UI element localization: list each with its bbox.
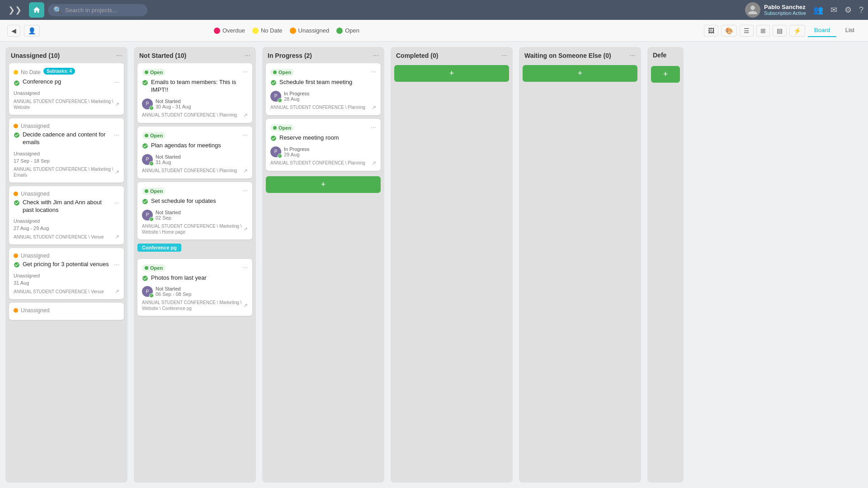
external-link-button[interactable]: ↗ [243, 168, 248, 174]
card-header-row: Decide cadence and content for emails ··… [14, 131, 119, 149]
card-more-button[interactable]: ··· [114, 131, 119, 138]
list-view-button[interactable]: ☰ [740, 25, 754, 37]
card-more-button[interactable]: ··· [242, 131, 248, 138]
avatar-check: ✓ [278, 98, 282, 103]
card-path: ANNUAL STUDENT CONFERENCE \ Planning [270, 104, 372, 110]
card-reserve-meeting-room[interactable]: Open Reserve meeting room ··· P ✓ [266, 119, 381, 171]
user-subscription: Subscription Active [764, 10, 806, 16]
avatar-filter-button[interactable]: 👤 [24, 25, 40, 37]
grid-view-button[interactable]: ⊞ [756, 25, 770, 37]
assignee-avatar: P ✓ [270, 146, 281, 157]
check-circle-icon [14, 80, 20, 86]
settings-icon-button[interactable]: ⚙ [844, 5, 852, 15]
column-not-started: Not Started (10) ··· Open Emails to team… [134, 47, 256, 483]
assignee-avatar: P ✓ [270, 91, 281, 102]
image-view-button[interactable]: 🖼 [704, 25, 718, 37]
help-icon-button[interactable]: ? [859, 5, 863, 15]
nav-expand-button[interactable]: ❯❯ [5, 3, 25, 17]
avatar-check: ✓ [278, 154, 282, 158]
card-assignee: Unassigned [14, 90, 40, 96]
card-more-button[interactable]: ··· [371, 68, 376, 75]
nav-right: Pablo Sanchez Subscription Active 👥 ✉ ⚙ … [745, 2, 863, 18]
card-more-button[interactable]: ··· [114, 78, 119, 85]
card-status-text: Not Started [156, 154, 181, 160]
add-card-button-completed[interactable]: + [394, 65, 509, 82]
mail-icon-button[interactable]: ✉ [830, 5, 837, 15]
card-more-button[interactable]: ··· [242, 263, 248, 271]
legend: Overdue No Date Unassigned Open [214, 27, 359, 34]
table-view-button[interactable]: ▤ [773, 25, 787, 37]
list-view-tab-button[interactable]: List [839, 24, 861, 37]
card-status-text: In Progress [284, 146, 309, 152]
unassigned-text: Unassigned [21, 307, 49, 314]
card-title: Set schedule for updates [151, 197, 216, 205]
column-waiting: Waiting on Someone Else (0) ··· + [519, 47, 641, 483]
search-input[interactable] [65, 7, 137, 14]
card-footer: ANNUAL STUDENT CONFERENCE \ Venue ↗ [14, 288, 119, 295]
nav-user[interactable]: Pablo Sanchez Subscription Active [745, 2, 806, 18]
card-set-schedule[interactable]: Open Set schedule for updates ··· P ✓ [137, 182, 252, 239]
card-unassigned-partial[interactable]: Unassigned [9, 303, 124, 320]
card-emails-team[interactable]: Open Emails to team members: This is IMP… [137, 63, 252, 123]
card-meta: P ✓ Not Started 02 Sep [142, 210, 248, 221]
external-link-button[interactable]: ↗ [243, 112, 248, 118]
column-title-unassigned: Unassigned (10) [11, 52, 113, 59]
add-card-button-in-progress[interactable]: + [266, 176, 381, 193]
card-check-jim-ann[interactable]: Unassigned Check with Jim and Ann about … [9, 186, 124, 245]
column-header-unassigned: Unassigned (10) ··· [5, 47, 127, 63]
card-plan-agendas[interactable]: Open Plan agendas for meetings ··· P ✓ [137, 127, 252, 178]
status-badge-open: Open [142, 264, 165, 272]
color-view-button[interactable]: 🎨 [721, 25, 737, 37]
column-menu-button-unassigned[interactable]: ··· [116, 52, 122, 60]
column-title-not-started: Not Started (10) [139, 52, 242, 59]
collapse-sidebar-button[interactable]: ◀ [7, 25, 20, 37]
card-more-button[interactable]: ··· [114, 199, 119, 206]
card-more-button[interactable]: ··· [242, 187, 248, 194]
card-header-row: Open Set schedule for updates ··· [142, 187, 248, 208]
card-more-button[interactable]: ··· [114, 261, 119, 268]
card-meta: Unassigned [14, 151, 119, 156]
card-get-pricing[interactable]: Unassigned Get pricing for 3 potential v… [9, 248, 124, 299]
column-menu-button-waiting[interactable]: ··· [630, 52, 636, 60]
card-path: ANNUAL STUDENT CONFERENCE \ Venue [14, 234, 115, 240]
users-icon-button[interactable]: 👥 [813, 5, 823, 15]
check-circle-icon [142, 143, 148, 149]
external-link-button[interactable]: ↗ [115, 288, 119, 295]
external-link-button[interactable]: ↗ [243, 226, 248, 232]
unassigned-dot [14, 192, 18, 196]
legend-open: Open [336, 27, 359, 34]
card-meta: P ✓ In Progress 29 Aug [270, 146, 376, 157]
external-link-button[interactable]: ↗ [115, 169, 119, 175]
card-header-row: Open Plan agendas for meetings ··· [142, 131, 248, 152]
card-title: Emails to team members: This is IMPT!! [151, 79, 242, 94]
card-conference-pg[interactable]: No Date Subtasks: 4 Conference pg ··· Un… [9, 63, 124, 115]
external-link-button[interactable]: ↗ [115, 101, 119, 108]
external-link-button[interactable]: ↗ [115, 234, 119, 240]
external-link-button[interactable]: ↗ [372, 160, 376, 166]
card-schedule-team-meeting[interactable]: Open Schedule first team meeting ··· P ✓ [266, 63, 381, 115]
column-menu-button-not-started[interactable]: ··· [245, 52, 250, 60]
column-menu-button-in-progress[interactable]: ··· [373, 52, 379, 60]
column-header-completed: Completed (0) ··· [391, 47, 513, 63]
external-link-button[interactable]: ↗ [243, 302, 248, 309]
add-card-button-deferred[interactable]: + [651, 66, 680, 83]
card-decide-cadence[interactable]: Unassigned Decide cadence and content fo… [9, 118, 124, 183]
nav-home-icon[interactable] [29, 2, 44, 18]
unassigned-dot [14, 253, 18, 258]
board-area: Unassigned (10) ··· No Date Subtasks: 4 … [0, 42, 868, 488]
card-footer: ANNUAL STUDENT CONFERENCE \ Planning ↗ [270, 104, 376, 111]
card-photos-last-year[interactable]: Open Photos from last year ··· P ✓ [137, 259, 252, 316]
assignee-avatar: P ✓ [142, 154, 153, 165]
column-menu-button-completed[interactable]: ··· [501, 52, 507, 60]
legend-unassigned: Unassigned [290, 27, 330, 34]
card-path: ANNUAL STUDENT CONFERENCE \ Marketing \ … [142, 223, 243, 235]
legend-overdue: Overdue [214, 27, 245, 34]
add-card-button-waiting[interactable]: + [523, 65, 637, 82]
card-more-button[interactable]: ··· [242, 68, 248, 75]
filter-button[interactable]: ⚡ [789, 25, 805, 37]
card-more-button[interactable]: ··· [371, 123, 376, 131]
card-footer: ANNUAL STUDENT CONFERENCE \ Marketing \ … [14, 99, 119, 110]
card-footer: ANNUAL STUDENT CONFERENCE \ Planning ↗ [270, 160, 376, 166]
board-view-button[interactable]: Board [808, 24, 836, 37]
external-link-button[interactable]: ↗ [372, 104, 376, 111]
